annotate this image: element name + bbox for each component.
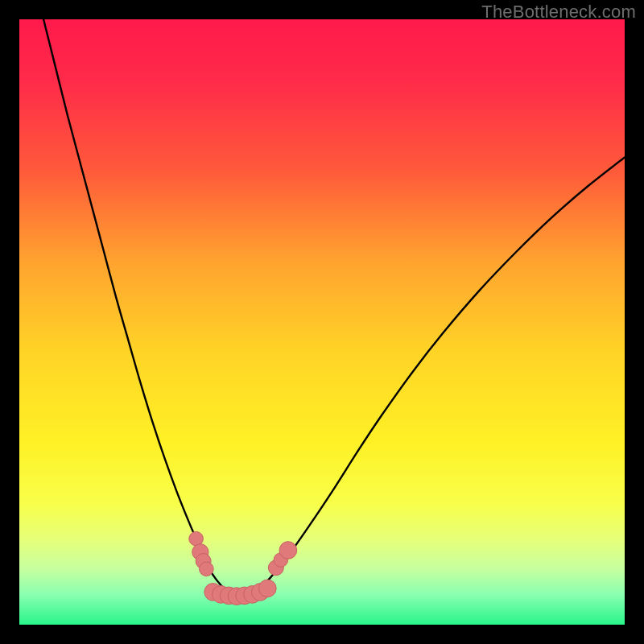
bottleneck-plot <box>19 19 625 625</box>
gradient-background <box>19 19 625 625</box>
valley-marker-dot <box>279 542 297 559</box>
chart-frame <box>19 19 625 625</box>
valley-marker-dot <box>258 580 276 597</box>
watermark-text: TheBottleneck.com <box>481 2 636 23</box>
valley-marker-dot <box>200 562 214 576</box>
